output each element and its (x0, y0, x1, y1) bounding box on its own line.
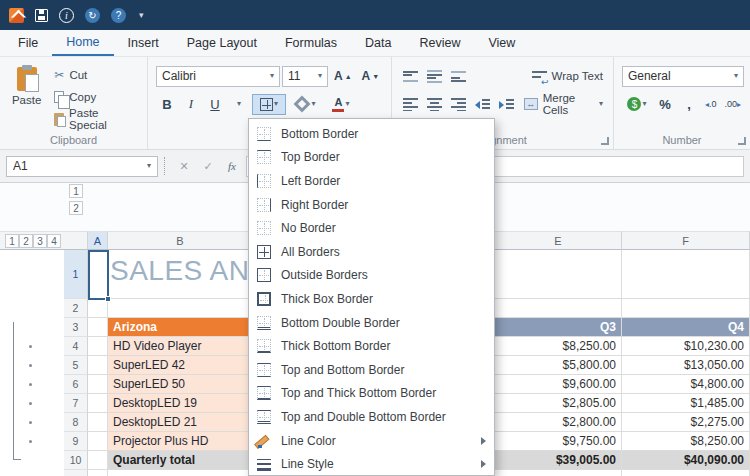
q4-value-cell[interactable]: $1,485.00 (622, 394, 750, 413)
cell[interactable] (88, 375, 108, 394)
q3-value-cell[interactable]: $9,750.00 (495, 432, 622, 451)
tab-review[interactable]: Review (405, 30, 474, 56)
align-top-button[interactable] (400, 66, 422, 87)
italic-button[interactable]: I (180, 94, 202, 115)
menu-item-line-style[interactable]: Line Style (249, 452, 494, 476)
row-header-6[interactable]: 6 (64, 375, 88, 394)
row-header[interactable] (64, 470, 88, 476)
q4-total-cell[interactable]: $40,090.00 (622, 451, 750, 470)
row-header-10[interactable]: 10 (64, 451, 88, 470)
q4-value-cell[interactable]: $8,250.00 (622, 432, 750, 451)
refresh-icon[interactable]: ↻ (85, 8, 100, 23)
save-icon[interactable] (35, 9, 48, 22)
underline-button[interactable]: U (204, 94, 226, 115)
decrease-font-button[interactable]: A▼ (358, 66, 384, 87)
q3-value-cell[interactable]: $2,805.00 (495, 394, 622, 413)
bold-button[interactable]: B (156, 94, 178, 115)
tab-view[interactable]: View (474, 30, 529, 56)
q4-value-cell[interactable]: $2,275.00 (622, 413, 750, 432)
align-center-button[interactable] (424, 94, 446, 115)
name-box[interactable]: A1 (6, 156, 158, 177)
row-outline-level-button[interactable]: 2 (19, 234, 33, 248)
row-header-5[interactable]: 5 (64, 356, 88, 375)
confirm-entry-button[interactable]: ✓ (198, 156, 218, 176)
help-icon[interactable]: ? (111, 8, 126, 23)
row-outline-level-button[interactable]: 4 (47, 234, 61, 248)
cell[interactable] (88, 394, 108, 413)
column-header-e[interactable]: E (495, 231, 622, 250)
fill-color-button[interactable] (288, 94, 322, 115)
cell[interactable] (495, 299, 622, 318)
align-right-button[interactable] (448, 94, 470, 115)
q4-value-cell[interactable]: $13,050.00 (622, 356, 750, 375)
cell[interactable] (495, 250, 622, 299)
tab-insert[interactable]: Insert (114, 30, 173, 56)
tab-formulas[interactable]: Formulas (271, 30, 351, 56)
row-outline-level-button[interactable]: 1 (5, 234, 19, 248)
cell[interactable] (88, 318, 108, 337)
font-size-combo[interactable]: 11 (282, 66, 328, 87)
menu-item-bottom-double-border[interactable]: Bottom Double Border (249, 311, 494, 335)
cell[interactable] (88, 337, 108, 356)
product-cell[interactable]: Projector Plus HD (108, 432, 253, 451)
column-outline-level-button[interactable]: 2 (69, 201, 83, 215)
font-family-combo[interactable]: Calibri (156, 66, 280, 87)
wrap-text-button[interactable]: Wrap Text (528, 65, 607, 87)
cancel-entry-button[interactable]: ✕ (174, 156, 194, 176)
increase-font-button[interactable]: A▲ (330, 66, 356, 87)
menu-item-line-color[interactable]: Line Color (249, 429, 494, 453)
q3-header-cell[interactable]: Q3 (495, 318, 622, 337)
paste-special-button[interactable]: Paste Special (51, 109, 141, 129)
total-label-cell[interactable]: Quarterly total (108, 451, 253, 470)
align-left-button[interactable] (400, 94, 422, 115)
align-middle-button[interactable] (424, 66, 446, 87)
menu-item-top-and-bottom-border[interactable]: Top and Bottom Border (249, 358, 494, 382)
cell[interactable] (88, 250, 108, 299)
tab-page-layout[interactable]: Page Layout (173, 30, 271, 56)
row-header-1[interactable]: 1 (64, 250, 88, 299)
cell[interactable] (622, 470, 750, 476)
increase-decimal-button[interactable]: ◂.0 (702, 97, 720, 111)
comma-style-button[interactable]: , (678, 94, 700, 115)
alignment-dialog-launcher-icon[interactable] (601, 137, 609, 145)
row-header-7[interactable]: 7 (64, 394, 88, 413)
row-header-2[interactable]: 2 (64, 299, 88, 318)
insert-function-button[interactable]: fx (222, 156, 242, 176)
menu-item-top-and-thick-bottom-border[interactable]: Top and Thick Bottom Border (249, 382, 494, 406)
row-header-8[interactable]: 8 (64, 413, 88, 432)
product-cell[interactable]: DesktopLED 21 (108, 413, 253, 432)
cell[interactable] (108, 470, 253, 476)
number-format-combo[interactable]: General (622, 66, 744, 87)
decrease-decimal-button[interactable]: .00▸ (721, 97, 744, 111)
number-dialog-launcher-icon[interactable] (738, 137, 746, 145)
column-outline-level-button[interactable]: 1 (69, 184, 83, 198)
cell[interactable] (88, 470, 108, 476)
cell[interactable] (88, 356, 108, 375)
menu-item-bottom-border[interactable]: Bottom Border (249, 122, 494, 146)
tab-home[interactable]: Home (52, 30, 113, 56)
row-header-3[interactable]: 3 (64, 318, 88, 337)
menu-item-left-border[interactable]: Left Border (249, 169, 494, 193)
increase-indent-button[interactable] (496, 94, 518, 115)
align-bottom-button[interactable] (448, 66, 470, 87)
q3-value-cell[interactable]: $9,600.00 (495, 375, 622, 394)
q3-total-cell[interactable]: $39,005.00 (495, 451, 622, 470)
menu-item-right-border[interactable]: Right Border (249, 193, 494, 217)
menu-item-top-border[interactable]: Top Border (249, 146, 494, 170)
q4-value-cell[interactable]: $10,230.00 (622, 337, 750, 356)
cell[interactable] (88, 413, 108, 432)
menu-item-outside-borders[interactable]: Outside Borders (249, 264, 494, 288)
cell[interactable] (88, 451, 108, 470)
fill-handle[interactable] (105, 296, 111, 302)
cell[interactable] (108, 299, 253, 318)
q3-value-cell[interactable]: $5,800.00 (495, 356, 622, 375)
merge-cells-button[interactable]: ↔ Merge Cells (520, 93, 607, 115)
product-cell[interactable]: DesktopLED 19 (108, 394, 253, 413)
row-header-4[interactable]: 4 (64, 337, 88, 356)
cell[interactable] (88, 432, 108, 451)
quick-access-caret-icon[interactable]: ▾ (139, 10, 144, 20)
product-cell[interactable]: SuperLED 42 (108, 356, 253, 375)
row-group-bracket[interactable] (13, 322, 22, 460)
underline-options-caret[interactable] (228, 94, 250, 115)
menu-item-thick-box-border[interactable]: Thick Box Border (249, 287, 494, 311)
